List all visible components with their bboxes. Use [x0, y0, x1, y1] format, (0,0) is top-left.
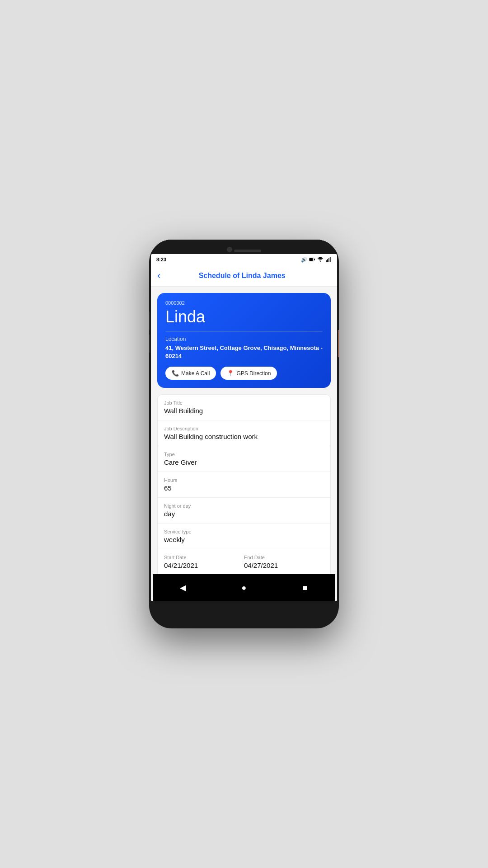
- hours-value: 65: [164, 484, 324, 492]
- svg-rect-6: [328, 258, 329, 262]
- svg-rect-7: [330, 257, 331, 262]
- service-type-row: Service type weekly: [158, 524, 330, 549]
- wifi-icon: [317, 256, 324, 263]
- hours-label: Hours: [164, 477, 324, 483]
- type-value: Care Giver: [164, 458, 324, 466]
- nav-recents-button[interactable]: ■: [297, 580, 313, 596]
- night-or-day-value: day: [164, 510, 324, 518]
- svg-rect-2: [310, 258, 313, 261]
- dates-row: Start Date 04/21/2021 End Date 04/27/202…: [158, 549, 330, 575]
- job-description-label: Job Description: [164, 426, 324, 431]
- gps-button[interactable]: 📍 GPS Direction: [221, 367, 277, 380]
- status-icons: 🔊: [301, 256, 332, 263]
- profile-card: 0000002 Linda Location 41, Western Stree…: [157, 293, 331, 388]
- job-title-value: Wall Building: [164, 407, 324, 415]
- nav-back-button[interactable]: ◀: [175, 580, 191, 596]
- end-date-col: End Date 04/27/2021: [244, 555, 324, 569]
- profile-name: Linda: [165, 307, 323, 326]
- back-button[interactable]: ‹: [157, 271, 160, 281]
- signal-icon: [325, 256, 332, 263]
- job-title-row: Job Title Wall Building: [158, 395, 330, 420]
- phone-icon: 📞: [172, 370, 179, 377]
- profile-actions: 📞 Make A Call 📍 GPS Direction: [165, 367, 323, 380]
- night-or-day-row: Night or day day: [158, 498, 330, 524]
- page-header: ‹ Schedule of Linda James: [151, 265, 337, 287]
- type-row: Type Care Giver: [158, 446, 330, 472]
- service-type-value: weekly: [164, 536, 324, 543]
- start-date-label: Start Date: [164, 555, 244, 560]
- gps-label: GPS Direction: [236, 370, 271, 377]
- type-label: Type: [164, 452, 324, 457]
- svg-rect-4: [326, 260, 327, 262]
- end-date-label: End Date: [244, 555, 324, 560]
- svg-rect-5: [327, 259, 328, 262]
- job-title-label: Job Title: [164, 400, 324, 406]
- page-title: Schedule of Linda James: [164, 272, 320, 280]
- profile-divider: [165, 331, 323, 331]
- bottom-nav: ◀ ● ■: [153, 574, 335, 601]
- call-label: Make A Call: [181, 370, 210, 377]
- details-card: Job Title Wall Building Job Description …: [157, 394, 331, 601]
- location-icon: 📍: [227, 370, 234, 377]
- svg-rect-1: [314, 259, 315, 260]
- job-description-value: Wall Building construction work: [164, 433, 324, 440]
- start-date-value: 04/21/2021: [164, 561, 244, 569]
- end-date-value: 04/27/2021: [244, 561, 324, 569]
- service-type-label: Service type: [164, 529, 324, 534]
- hours-row: Hours 65: [158, 472, 330, 498]
- location-label: Location: [165, 336, 323, 342]
- page-content: 0000002 Linda Location 41, Western Stree…: [151, 287, 337, 601]
- battery-icon: [309, 256, 315, 263]
- media-icon: 🔊: [301, 257, 307, 263]
- start-date-col: Start Date 04/21/2021: [164, 555, 244, 569]
- job-description-row: Job Description Wall Building constructi…: [158, 420, 330, 446]
- profile-address: 41, Western Street, Cottage Grove, Chisa…: [165, 344, 323, 360]
- status-time: 8:23: [156, 257, 166, 262]
- nav-home-button[interactable]: ●: [236, 580, 252, 596]
- profile-id: 0000002: [165, 300, 323, 306]
- call-button[interactable]: 📞 Make A Call: [165, 367, 216, 380]
- status-bar: 8:23 🔊: [151, 254, 337, 265]
- svg-point-3: [320, 261, 321, 262]
- night-or-day-label: Night or day: [164, 503, 324, 509]
